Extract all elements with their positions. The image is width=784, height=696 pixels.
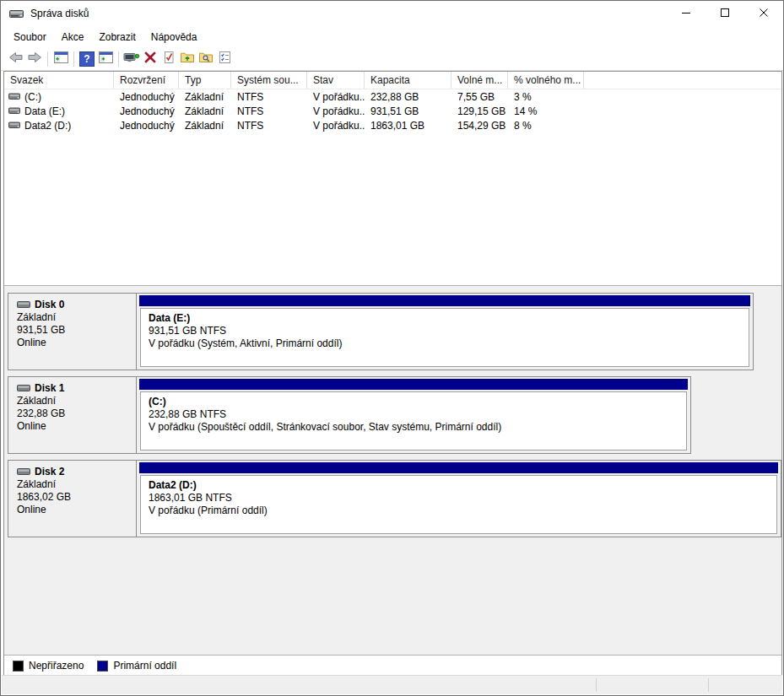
- help-button[interactable]: ?: [78, 50, 96, 68]
- column-header-svazek[interactable]: Svazek: [4, 72, 114, 89]
- legend-bar: Nepřiřazeno Primární oddíl: [4, 655, 781, 676]
- volume-layout: Jednoduchý: [114, 105, 179, 117]
- status-bar-divider: [596, 678, 597, 692]
- column-header-stav[interactable]: Stav: [307, 72, 365, 89]
- delete-x-icon: [143, 51, 157, 67]
- disk-2-header[interactable]: Disk 2 Základní 1863,02 GB Online: [8, 461, 137, 537]
- volume-free-percent: 8 %: [508, 120, 584, 132]
- partition-size-fs: 1863,01 GB NTFS: [149, 492, 776, 504]
- disk-name: Disk 1: [35, 382, 64, 394]
- status-bar-divider: [708, 678, 709, 692]
- partition-status: V pořádku (Systém, Aktivní, Primární odd…: [149, 337, 749, 350]
- disk-size: 1863,02 GB: [17, 491, 136, 504]
- properties-button[interactable]: [160, 50, 178, 68]
- disk-row-1: Disk 1 Základní 232,88 GB Online (C:) 23…: [8, 376, 691, 454]
- volume-row-data2-d[interactable]: Data2 (D:) Jednoduchý Základní NTFS V po…: [4, 118, 781, 132]
- disk-row-0: Disk 0 Základní 931,51 GB Online Data (E…: [8, 293, 754, 370]
- disk-type: Základní: [17, 311, 136, 324]
- volume-type: Základní: [179, 120, 231, 132]
- status-bar: [2, 675, 782, 694]
- console-client-area: Svazek Rozvržení Typ Systém sou... Stav …: [3, 71, 782, 677]
- column-header-filler: [584, 72, 781, 89]
- partition-color-bar: [139, 379, 688, 390]
- legend-item-unallocated: Nepřiřazeno: [13, 660, 84, 672]
- volume-drive-icon: [8, 107, 20, 115]
- help-icon: ?: [79, 51, 95, 67]
- column-header-kapacita[interactable]: Kapacita: [365, 72, 451, 89]
- minimize-button[interactable]: [667, 1, 706, 26]
- column-header-volne-misto[interactable]: Volné m...: [451, 72, 508, 89]
- partition-size-fs: 232,88 GB NTFS: [149, 408, 686, 421]
- volume-free-percent: 14 %: [508, 105, 584, 117]
- console-tree-window-icon: [54, 51, 68, 67]
- maximize-button[interactable]: [706, 1, 744, 26]
- menu-akce[interactable]: Akce: [54, 29, 92, 46]
- disk-icon: [17, 467, 30, 476]
- volume-filesystem: NTFS: [231, 91, 307, 103]
- volume-status: V pořádku...: [307, 105, 365, 117]
- legend-label: Primární oddíl: [113, 660, 176, 672]
- device-view-button[interactable]: [122, 50, 141, 68]
- document-check-icon: [162, 51, 176, 67]
- folder-up-icon: [180, 51, 195, 67]
- menu-soubor[interactable]: Soubor: [6, 29, 54, 46]
- column-header-procento-volneho[interactable]: % volného m...: [508, 72, 584, 89]
- column-header-typ[interactable]: Typ: [179, 72, 231, 89]
- volume-capacity: 232,88 GB: [365, 91, 451, 103]
- partition-size-fs: 931,51 GB NTFS: [149, 325, 749, 337]
- back-button[interactable]: [7, 50, 25, 68]
- disk-type: Základní: [17, 478, 136, 491]
- menu-zobrazit[interactable]: Zobrazit: [91, 29, 143, 46]
- volume-row-data-e[interactable]: Data (E:) Jednoduchý Základní NTFS V poř…: [4, 104, 781, 118]
- disk-icon: [17, 384, 30, 392]
- disk-graphical-view: Disk 0 Základní 931,51 GB Online Data (E…: [4, 286, 781, 655]
- disk-type: Základní: [17, 395, 136, 407]
- disk-status: Online: [17, 420, 136, 433]
- device-monitor-icon: [123, 51, 140, 67]
- menu-bar: Soubor Akce Zobrazit Nápověda: [1, 27, 783, 46]
- partition-data2-d[interactable]: Data2 (D:) 1863,01 GB NTFS V pořádku (Pr…: [139, 462, 778, 534]
- task-list-button[interactable]: [215, 50, 234, 68]
- partition-label: Data (E:): [149, 312, 749, 325]
- unallocated-swatch: [13, 661, 24, 672]
- checklist-icon: [218, 51, 232, 67]
- partition-c[interactable]: (C:) 232,88 GB NTFS V pořádku (Spouštěcí…: [139, 379, 688, 451]
- volume-list: Svazek Rozvržení Typ Systém sou... Stav …: [4, 72, 781, 286]
- disk-0-header[interactable]: Disk 0 Základní 931,51 GB Online: [8, 294, 137, 370]
- toolbar: ?: [1, 47, 783, 71]
- disk-1-header[interactable]: Disk 1 Základní 232,88 GB Online: [8, 377, 137, 453]
- partition-data-e[interactable]: Data (E:) 931,51 GB NTFS V pořádku (Syst…: [139, 295, 750, 367]
- volume-free-space: 154,29 GB: [451, 120, 508, 132]
- volume-capacity: 931,51 GB: [365, 105, 451, 117]
- volume-row-c[interactable]: (C:) Jednoduchý Základní NTFS V pořádku.…: [4, 89, 781, 104]
- minimize-icon: [681, 8, 691, 20]
- show-action-pane-button[interactable]: [96, 50, 115, 68]
- forward-button[interactable]: [25, 50, 44, 68]
- app-drive-icon: [9, 8, 24, 19]
- column-header-rozvrzeni[interactable]: Rozvržení: [114, 72, 179, 89]
- volume-name: Data (E:): [24, 105, 65, 117]
- disk-status: Online: [17, 504, 136, 516]
- disk-name: Disk 0: [35, 299, 64, 310]
- title-bar[interactable]: Správa disků: [1, 1, 783, 26]
- partition-status: V pořádku (Spouštěcí oddíl, Stránkovací …: [149, 421, 686, 434]
- back-arrow-icon: [8, 51, 24, 67]
- disk-size: 232,88 GB: [17, 407, 136, 420]
- show-console-tree-button[interactable]: [51, 50, 70, 68]
- column-header-system-souboru[interactable]: Systém sou...: [231, 72, 307, 89]
- primary-partition-swatch: [97, 661, 108, 672]
- close-button[interactable]: [744, 1, 783, 26]
- partition-label: (C:): [149, 396, 686, 408]
- volume-type: Základní: [179, 105, 231, 117]
- partition-label: Data2 (D:): [149, 479, 776, 492]
- disk-management-window: Správa disků Soubor Akce Zobrazit Nápově…: [0, 0, 784, 696]
- volume-type: Základní: [179, 91, 231, 103]
- disk-name: Disk 2: [35, 466, 64, 477]
- volume-layout: Jednoduchý: [114, 91, 179, 103]
- partition-color-bar: [139, 462, 778, 473]
- explore-button[interactable]: [197, 50, 215, 68]
- menu-napoveda[interactable]: Nápověda: [143, 29, 205, 46]
- delete-volume-button[interactable]: [141, 50, 160, 68]
- volume-status: V pořádku...: [307, 91, 365, 103]
- open-button[interactable]: [178, 50, 197, 68]
